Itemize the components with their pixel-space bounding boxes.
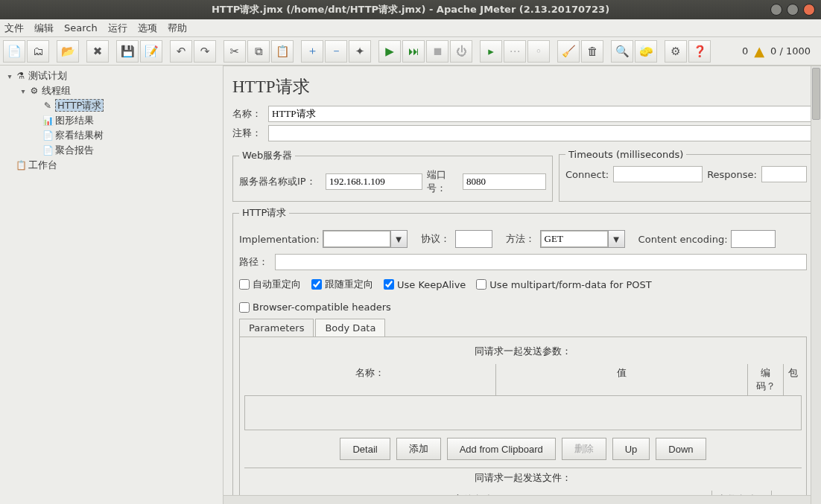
- content-panel: HTTP请求 名称： 注释： Web服务器 服务器名称或IP： 端口号： Tim…: [224, 66, 821, 504]
- method-combo[interactable]: ▼: [540, 230, 625, 248]
- ck-browser[interactable]: Browser-compatible headers: [239, 302, 391, 313]
- close-icon[interactable]: [803, 4, 815, 16]
- files-heading: 同请求一起发送文件：: [244, 468, 802, 488]
- port-input[interactable]: [463, 173, 546, 190]
- maximize-icon[interactable]: [787, 4, 799, 16]
- tree-test-plan[interactable]: 测试计划: [28, 70, 67, 81]
- ck-follow[interactable]: 跟随重定向: [311, 278, 373, 291]
- start-icon[interactable]: ▶: [378, 40, 401, 63]
- stop-icon[interactable]: ⏹: [426, 40, 448, 63]
- chevron-down-icon: ▼: [390, 231, 407, 247]
- path-input[interactable]: [275, 254, 807, 270]
- tree-workbench[interactable]: 工作台: [28, 159, 57, 170]
- chart-icon: 📊: [42, 114, 54, 128]
- name-input[interactable]: [268, 106, 814, 122]
- enc-input[interactable]: [731, 230, 776, 248]
- remote-start-icon[interactable]: ▸: [480, 40, 502, 63]
- delete-button[interactable]: 删除: [562, 438, 606, 460]
- search-icon[interactable]: 🔍: [611, 40, 633, 63]
- server-label: 服务器名称或IP：: [239, 175, 321, 188]
- function-helper-icon[interactable]: ⚙: [665, 40, 687, 63]
- response-input[interactable]: [761, 166, 807, 182]
- menu-run[interactable]: 运行: [108, 22, 127, 35]
- up-button[interactable]: Up: [612, 438, 650, 460]
- paste-icon[interactable]: 📋: [271, 40, 294, 63]
- minimize-icon[interactable]: [770, 4, 782, 16]
- redo-icon[interactable]: ↷: [194, 40, 216, 63]
- add-button[interactable]: 添加: [396, 438, 441, 460]
- menu-file[interactable]: 文件: [4, 22, 24, 35]
- vertical-scrollbar[interactable]: [811, 66, 821, 504]
- timeouts-legend: Timeouts (milliseconds): [565, 149, 686, 160]
- page-icon: 📄: [42, 144, 54, 158]
- copy-icon[interactable]: ⧉: [247, 40, 270, 63]
- remote-stop-icon[interactable]: ◦: [527, 40, 550, 63]
- server-input[interactable]: [326, 173, 422, 190]
- save-as-icon[interactable]: 📝: [140, 40, 162, 63]
- save-icon[interactable]: 💾: [116, 40, 139, 63]
- cut-icon[interactable]: ✂: [224, 40, 246, 63]
- connect-label: Connect:: [565, 169, 609, 180]
- col-value: 值: [496, 364, 748, 395]
- undo-icon[interactable]: ↶: [170, 40, 192, 63]
- params-heading: 同请求一起发送参数：: [244, 342, 802, 361]
- tree-graph-results[interactable]: 图形结果: [55, 115, 94, 126]
- ck-auto[interactable]: 自动重定向: [239, 278, 301, 291]
- menubar: 文件 编辑 Search 运行 选项 帮助: [0, 19, 821, 37]
- menu-edit[interactable]: 编辑: [34, 22, 54, 35]
- expand-icon[interactable]: ＋: [301, 40, 323, 63]
- params-header: 名称： 值 编码？ 包: [244, 364, 802, 396]
- tab-parameters[interactable]: Parameters: [239, 319, 314, 336]
- start-notimers-icon[interactable]: ⏭: [402, 40, 425, 63]
- proto-input[interactable]: [455, 230, 492, 248]
- method-label: 方法：: [506, 232, 537, 246]
- clear-icon[interactable]: 🧹: [557, 40, 580, 63]
- ck-keep[interactable]: Use KeepAlive: [384, 279, 466, 290]
- shutdown-icon[interactable]: ⏻: [450, 40, 472, 63]
- close-file-icon[interactable]: ✖: [86, 40, 109, 63]
- collapse-icon[interactable]: －: [325, 40, 347, 63]
- ck-multi[interactable]: Use multipart/form-data for POST: [476, 279, 651, 290]
- params-table[interactable]: [244, 396, 802, 430]
- gear-icon: ⚙: [28, 84, 40, 98]
- menu-options[interactable]: 选项: [138, 22, 157, 35]
- tab-body-data[interactable]: Body Data: [315, 319, 385, 336]
- new-icon[interactable]: 📄: [3, 40, 25, 63]
- connect-input[interactable]: [613, 166, 703, 182]
- warning-icon[interactable]: ▲: [754, 43, 764, 59]
- clear-all-icon[interactable]: 🗑: [581, 40, 603, 63]
- thread-count: 0 / 1000: [770, 45, 811, 57]
- toggle-icon[interactable]: ✦: [349, 40, 371, 63]
- tree-view-results[interactable]: 察看结果树: [55, 130, 104, 141]
- impl-combo[interactable]: ▼: [323, 230, 408, 248]
- open-icon[interactable]: 📂: [57, 40, 79, 63]
- dropper-icon: ✎: [42, 99, 54, 113]
- col-name: 名称：: [244, 364, 496, 395]
- menu-search[interactable]: Search: [64, 22, 98, 34]
- path-label: 路径：: [239, 255, 270, 269]
- template-icon[interactable]: 🗂: [27, 40, 49, 63]
- remote-start-all-icon[interactable]: ⋯: [504, 40, 526, 63]
- tree-thread-group[interactable]: 线程组: [42, 85, 71, 96]
- comment-input[interactable]: [268, 125, 814, 141]
- help-icon[interactable]: ❓: [688, 40, 711, 63]
- titlebar: HTTP请求.jmx (/home/dnt/HTTP请求.jmx) - Apac…: [0, 0, 821, 19]
- horizontal-scrollbar[interactable]: [224, 495, 811, 504]
- response-label: Response:: [707, 169, 757, 180]
- chevron-down-icon: ▼: [608, 231, 624, 247]
- httpreq-legend: HTTP请求: [239, 206, 289, 220]
- detail-button[interactable]: Detail: [340, 438, 390, 460]
- window-title: HTTP请求.jmx (/home/dnt/HTTP请求.jmx) - Apac…: [6, 3, 815, 16]
- port-label: 端口号：: [427, 168, 458, 195]
- panel-heading: HTTP请求: [232, 75, 814, 98]
- add-clipboard-button[interactable]: Add from Clipboard: [447, 438, 556, 460]
- reset-search-icon[interactable]: 🧽: [635, 40, 657, 63]
- down-button[interactable]: Down: [656, 438, 706, 460]
- page-icon: 📄: [42, 129, 54, 143]
- tree-http-request[interactable]: HTTP请求: [55, 99, 104, 112]
- proto-label: 协议：: [421, 232, 452, 246]
- tree-aggregate[interactable]: 聚合报告: [55, 144, 94, 156]
- comment-label: 注释：: [232, 127, 264, 140]
- webserver-legend: Web服务器: [239, 149, 295, 162]
- menu-help[interactable]: 帮助: [168, 22, 187, 35]
